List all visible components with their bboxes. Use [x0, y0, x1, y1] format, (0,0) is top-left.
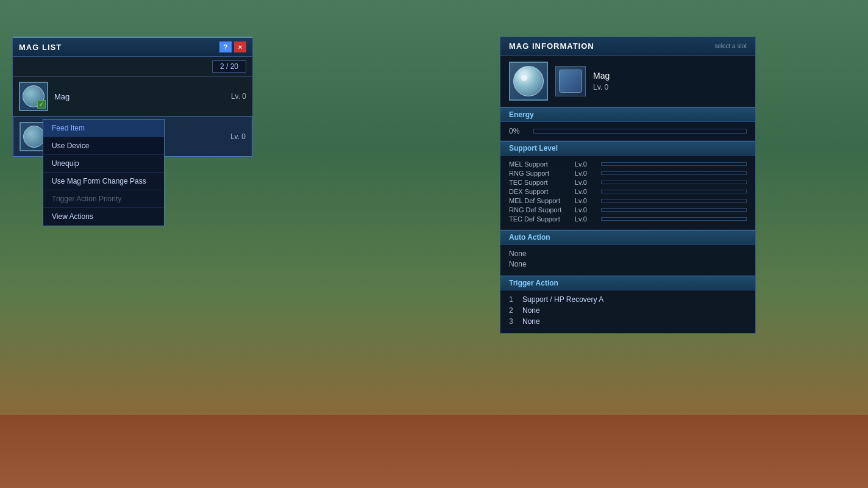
support-lv-mel-def: Lv.0	[575, 197, 596, 204]
energy-section: 0%	[500, 122, 755, 141]
auto-action-row-1: None	[509, 249, 747, 258]
close-button[interactable]: ×	[234, 41, 246, 52]
support-section: MEL Support Lv.0 RNG Support Lv.0 TEC Su…	[500, 156, 755, 230]
mag-icon-check: ✓	[37, 100, 46, 109]
context-menu-feed-item[interactable]: Feed Item	[43, 120, 164, 137]
mag-list-title: MAG LIST	[19, 43, 62, 52]
mag-detail-name: Mag	[593, 71, 747, 81]
support-row-rng: RNG Support Lv.0	[509, 170, 747, 177]
auto-action-section: None None	[500, 245, 755, 276]
trigger-value-2: None	[522, 306, 540, 315]
support-bar-tec	[601, 181, 747, 184]
support-row-mel-def: MEL Def Support Lv.0	[509, 197, 747, 204]
mag-info-sub: select a slot	[714, 43, 747, 49]
support-bar-rng	[601, 171, 747, 175]
trigger-value-1: Support / HP Recovery A	[522, 295, 603, 304]
mag-info-panel-header: MAG INFORMATION select a slot	[500, 37, 755, 56]
mag-thumbnail	[555, 66, 586, 96]
mag-detail-level: Lv. 0	[593, 83, 747, 92]
support-row-dex: DEX Support Lv.0	[509, 188, 747, 195]
energy-bar	[533, 129, 747, 134]
mag-info: Mag Lv. 0	[54, 92, 246, 101]
support-lv-rng-def: Lv.0	[575, 206, 596, 214]
support-row-rng-def: RNG Def Support Lv.0	[509, 206, 747, 214]
context-menu-unequip[interactable]: Unequip	[43, 155, 164, 173]
mag-detail-header: Mag Lv. 0	[500, 56, 755, 107]
support-label-tec-def: TEC Def Support	[509, 215, 570, 223]
support-lv-mel: Lv.0	[575, 160, 596, 168]
support-bar-mel-def	[601, 199, 747, 203]
support-label-dex: DEX Support	[509, 188, 570, 195]
support-lv-rng: Lv.0	[575, 170, 596, 177]
support-lv-tec: Lv.0	[575, 179, 596, 186]
energy-row: 0%	[509, 127, 747, 135]
trigger-action-section-header: Trigger Action	[500, 276, 755, 290]
trigger-action-section: 1 Support / HP Recovery A 2 None 3 None	[500, 290, 755, 333]
auto-action-row-2: None	[509, 260, 747, 268]
trigger-row-1: 1 Support / HP Recovery A	[509, 295, 747, 304]
mag-thumbnail-inner	[559, 70, 582, 93]
support-bar-rng-def	[601, 208, 747, 212]
trigger-num-1: 1	[509, 295, 518, 304]
context-menu-use-device[interactable]: Use Device	[43, 137, 164, 155]
ui-layer: MAG LIST ? × 2 / 20 ✓ Mag Lv. 0	[0, 0, 868, 488]
trigger-row-3: 3 None	[509, 317, 747, 326]
support-label-mel: MEL Support	[509, 160, 570, 168]
mag-level-2: Lv. 0	[230, 132, 246, 141]
mag-level-1: Lv. 0	[231, 92, 246, 101]
mag-list-item[interactable]: ✓ Mag Lv. 0	[13, 77, 252, 117]
header-buttons: ? ×	[219, 41, 246, 52]
context-menu: Feed Item Use Device Unequip Use Mag For…	[43, 119, 165, 226]
support-row-mel: MEL Support Lv.0	[509, 160, 747, 168]
mag-large-icon-inner	[513, 66, 544, 96]
trigger-num-3: 3	[509, 317, 518, 326]
context-menu-trigger-priority: Trigger Action Priority	[43, 190, 164, 208]
support-section-header: Support Level	[500, 141, 755, 156]
trigger-value-3: None	[522, 317, 540, 326]
mag-info-title: MAG INFORMATION	[509, 41, 594, 51]
mag-large-icon	[509, 62, 548, 101]
mag-count: 2 / 20	[212, 60, 246, 73]
mag-info-panel: MAG INFORMATION select a slot Mag Lv. 0 …	[500, 37, 756, 334]
support-label-rng-def: RNG Def Support	[509, 206, 570, 214]
support-label-mel-def: MEL Def Support	[509, 197, 570, 204]
support-lv-dex: Lv.0	[575, 188, 596, 195]
energy-section-header: Energy	[500, 107, 755, 122]
mag-list-header: MAG LIST ? ×	[13, 38, 252, 57]
support-label-tec: TEC Support	[509, 179, 570, 186]
auto-action-section-header: Auto Action	[500, 230, 755, 245]
context-menu-view-actions[interactable]: View Actions	[43, 208, 164, 226]
mag-count-bar: 2 / 20	[13, 57, 252, 77]
mag-name-level: Mag Lv. 0	[593, 71, 747, 92]
mag-icon: ✓	[19, 82, 48, 111]
help-button[interactable]: ?	[219, 41, 232, 52]
mag-icon-inner-2	[23, 126, 45, 148]
support-label-rng: RNG Support	[509, 170, 570, 177]
support-lv-tec-def: Lv.0	[575, 215, 596, 223]
context-menu-form-change[interactable]: Use Mag Form Change Pass	[43, 173, 164, 190]
support-row-tec: TEC Support Lv.0	[509, 179, 747, 186]
support-bar-tec-def	[601, 217, 747, 221]
energy-pct: 0%	[509, 127, 527, 135]
mag-name-1: Mag	[54, 92, 69, 101]
support-bar-mel	[601, 162, 747, 166]
support-bar-dex	[601, 190, 747, 193]
support-row-tec-def: TEC Def Support Lv.0	[509, 215, 747, 223]
trigger-row-2: 2 None	[509, 306, 747, 315]
trigger-num-2: 2	[509, 306, 518, 315]
